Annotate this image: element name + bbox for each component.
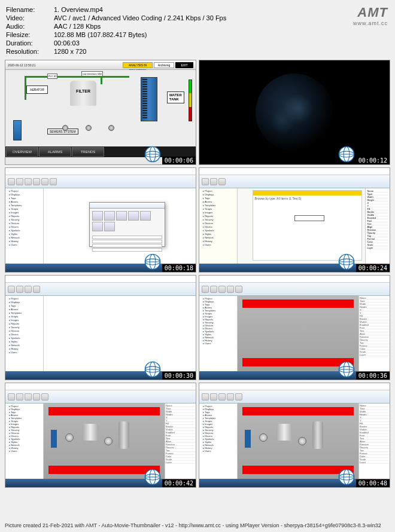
template-icon[interactable] bbox=[116, 211, 127, 221]
toolbar-icon[interactable] bbox=[202, 393, 209, 400]
tank-shape[interactable] bbox=[118, 421, 129, 449]
aerator-label: AERATOR bbox=[26, 85, 48, 94]
template-icon[interactable] bbox=[128, 211, 139, 221]
toolbar-icon[interactable] bbox=[16, 178, 23, 185]
toolbar-icon[interactable] bbox=[218, 393, 226, 400]
project-tree[interactable]: ProjectDisplaysTagsAlarmsTemplatesScript… bbox=[5, 403, 44, 479]
filter-shape[interactable] bbox=[83, 424, 98, 441]
properties-panel: NameTypeWidthHeightXYFillBorderVisibleEn… bbox=[358, 296, 390, 371]
footer-rect[interactable] bbox=[242, 466, 354, 474]
toolbar-icon[interactable] bbox=[235, 393, 242, 400]
pump-shape[interactable] bbox=[298, 437, 306, 445]
pump-shape[interactable] bbox=[259, 433, 268, 442]
pump-shape[interactable] bbox=[104, 437, 113, 445]
properties-panel: NameTypeWidthHeightXYFillBorderVisibleEn… bbox=[365, 188, 390, 264]
toolbar-icon[interactable] bbox=[210, 286, 217, 293]
toolbar-icon[interactable] bbox=[218, 178, 226, 185]
video-label: Video: bbox=[6, 14, 54, 22]
toolbar-icon[interactable] bbox=[202, 178, 209, 185]
dialog-input[interactable] bbox=[92, 240, 162, 243]
nav-trends[interactable]: TRENDS bbox=[72, 147, 104, 157]
toolbar-icon[interactable] bbox=[33, 393, 40, 400]
thumbnail-5: ProjectDisplaysTagsAlarmsTemplatesScript… bbox=[5, 275, 196, 380]
filesize-value: 102.88 MB (107.882.417 Bytes) bbox=[54, 31, 389, 38]
tree-item[interactable]: Users bbox=[7, 351, 42, 354]
project-tree[interactable]: ProjectDisplaysTagsAlarmsTemplatesScript… bbox=[199, 188, 238, 264]
template-icon[interactable] bbox=[140, 211, 151, 221]
toolbar-icon[interactable] bbox=[33, 178, 40, 185]
ribbon bbox=[199, 283, 390, 296]
toolbar-icon[interactable] bbox=[25, 393, 32, 400]
project-tree[interactable]: ProjectDisplaysTagsAlarmsTemplatesScript… bbox=[5, 188, 44, 264]
footer-rect[interactable] bbox=[48, 466, 160, 474]
property-row[interactable]: Layer bbox=[367, 246, 388, 249]
header-rect[interactable] bbox=[242, 407, 354, 415]
thumbnail-7: ProjectDisplaysTagsAlarmsTemplatesScript… bbox=[5, 383, 196, 488]
template-icon[interactable] bbox=[104, 222, 115, 231]
dialog-input[interactable] bbox=[92, 236, 162, 239]
archiving-button[interactable]: Archiving bbox=[154, 62, 174, 68]
template-icon[interactable] bbox=[92, 222, 103, 231]
property-row[interactable]: Layer bbox=[166, 461, 195, 464]
filter-tank: FILTER bbox=[70, 81, 96, 106]
resolution-label: Resolution: bbox=[6, 48, 54, 55]
tree-item[interactable]: Users bbox=[200, 243, 236, 247]
tree-item[interactable]: Users bbox=[7, 243, 42, 247]
properties-panel: NameTypeWidthHeightXYFillBorderVisibleEn… bbox=[358, 403, 390, 479]
footer-credits: Picture created 21-Feb-2021 with AMT - A… bbox=[0, 520, 395, 532]
well-graphic bbox=[13, 120, 22, 140]
toolbar-icon[interactable] bbox=[16, 286, 23, 293]
well-rect[interactable] bbox=[245, 430, 251, 448]
nav-alarms[interactable]: ALARMS bbox=[39, 147, 71, 157]
project-tree[interactable]: ProjectDisplaysTagsAlarmsTemplatesScript… bbox=[5, 296, 44, 371]
designer-canvas[interactable] bbox=[238, 296, 358, 371]
globe-icon bbox=[144, 146, 161, 163]
designer-canvas[interactable] bbox=[238, 403, 358, 479]
level-gauge bbox=[189, 80, 192, 121]
toolbar-icon[interactable] bbox=[227, 286, 234, 293]
footer-rect[interactable] bbox=[242, 358, 354, 366]
filter-shape[interactable] bbox=[276, 424, 292, 441]
header-rect[interactable] bbox=[242, 299, 354, 308]
properties-panel: NameTypeWidthHeightXYFillBorderVisibleEn… bbox=[165, 403, 196, 479]
toolbar-icon[interactable] bbox=[210, 178, 217, 185]
toolbar-icon[interactable] bbox=[218, 286, 226, 293]
property-row[interactable]: Layer bbox=[360, 353, 389, 356]
browse-tab[interactable]: Browse by type: All Items (1 Test 5) bbox=[253, 195, 361, 201]
timestamp: 00:00:30 bbox=[162, 372, 196, 380]
toolbar-icon[interactable] bbox=[33, 286, 40, 293]
dialog-input[interactable] bbox=[92, 248, 162, 252]
toolbar-icon[interactable] bbox=[25, 286, 32, 293]
tank-shape[interactable] bbox=[312, 421, 323, 449]
toolbar-icon[interactable] bbox=[50, 178, 57, 185]
template-icon[interactable] bbox=[104, 211, 115, 221]
toolbar-icon[interactable] bbox=[16, 393, 23, 400]
toolbar-icon[interactable] bbox=[8, 178, 15, 185]
toolbar-icon[interactable] bbox=[8, 286, 15, 293]
property-row[interactable]: Layer bbox=[360, 461, 389, 464]
toolbar-icon[interactable] bbox=[235, 286, 242, 293]
toolbar-icon[interactable] bbox=[210, 393, 217, 400]
header-rect[interactable] bbox=[48, 407, 160, 415]
designer-canvas[interactable] bbox=[44, 403, 165, 479]
project-tree[interactable]: ProjectDisplaysTagsAlarmsTemplatesScript… bbox=[199, 296, 238, 371]
dialog-input[interactable] bbox=[92, 244, 162, 247]
tree-item[interactable]: Users bbox=[7, 450, 42, 452]
tag-input[interactable] bbox=[294, 215, 324, 221]
status-button[interactable]: ANALYSIS IN PROGRESS bbox=[123, 62, 153, 68]
toolbar-icon[interactable] bbox=[41, 178, 48, 185]
toolbar-icon[interactable] bbox=[25, 178, 32, 185]
window-titlebar bbox=[5, 383, 196, 390]
toolbar-icon[interactable] bbox=[227, 393, 234, 400]
tree-item[interactable]: Users bbox=[200, 450, 236, 452]
toolbar-icon[interactable] bbox=[8, 393, 15, 400]
toolbar-icon[interactable] bbox=[202, 286, 209, 293]
well-rect[interactable] bbox=[51, 430, 57, 448]
template-icon[interactable] bbox=[92, 211, 103, 221]
tree-item[interactable]: Users bbox=[200, 342, 236, 345]
pump-shape[interactable] bbox=[65, 433, 74, 442]
project-tree[interactable]: ProjectDisplaysTagsAlarmsTemplatesScript… bbox=[199, 403, 238, 479]
toolbar-icon[interactable] bbox=[41, 393, 48, 400]
exit-button[interactable]: EXIT bbox=[175, 62, 193, 68]
nav-overview[interactable]: OVERVIEW bbox=[6, 147, 38, 157]
